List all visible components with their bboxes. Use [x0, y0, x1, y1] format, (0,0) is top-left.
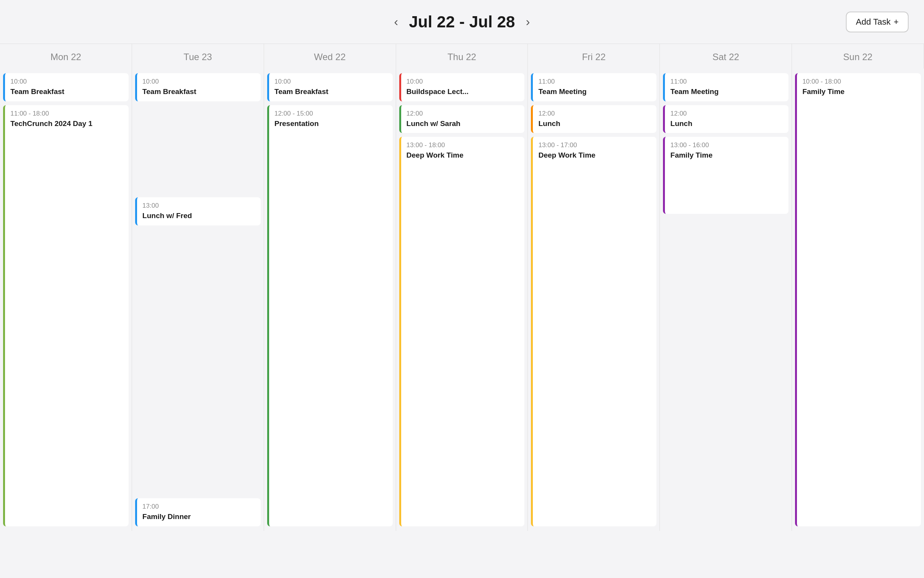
event-wed-presentation[interactable]: 12:00 - 15:00 Presentation: [267, 105, 393, 526]
day-header-wed: Wed 22: [264, 44, 396, 69]
day-header-fri: Fri 22: [528, 44, 660, 69]
event-time: 17:00: [142, 503, 255, 511]
event-title: Team Meeting: [670, 87, 783, 97]
event-thu-deep-work[interactable]: 13:00 - 18:00 Deep Work Time: [399, 137, 525, 526]
event-title: Family Dinner: [142, 512, 255, 522]
calendar-grid: Mon 22 Tue 23 Wed 22 Thu 22 Fri 22 Sat 2…: [0, 44, 924, 531]
event-time: 13:00: [142, 202, 255, 210]
event-fri-lunch[interactable]: 12:00 Lunch: [531, 105, 656, 133]
event-time: 12:00: [407, 110, 519, 118]
day-col-thu: 10:00 Buildspace Lect... 12:00 Lunch w/ …: [396, 69, 528, 531]
event-tue-team-breakfast[interactable]: 10:00 Team Breakfast: [135, 73, 261, 101]
event-fri-team-meeting[interactable]: 11:00 Team Meeting: [531, 73, 656, 101]
event-time: 10:00: [275, 78, 387, 86]
day-header-thu: Thu 22: [396, 44, 528, 69]
event-time: 12:00: [538, 110, 651, 118]
event-time: 12:00 - 15:00: [275, 110, 387, 118]
day-header-tue: Tue 23: [132, 44, 264, 69]
plus-icon: +: [894, 17, 899, 27]
event-time: 10:00: [142, 78, 255, 86]
event-time: 10:00: [407, 78, 519, 86]
event-title: Family Time: [670, 151, 783, 160]
event-tue-family-dinner[interactable]: 17:00 Family Dinner: [135, 498, 261, 526]
event-title: Presentation: [275, 119, 387, 129]
day-col-tue: 10:00 Team Breakfast 13:00 Lunch w/ Fred…: [132, 69, 264, 531]
event-time: 11:00: [670, 78, 783, 86]
event-mon-team-breakfast[interactable]: 10:00 Team Breakfast: [3, 73, 129, 101]
day-col-wed: 10:00 Team Breakfast 12:00 - 15:00 Prese…: [264, 69, 396, 531]
day-header-sun: Sun 22: [792, 44, 924, 69]
event-title: Lunch: [670, 119, 783, 129]
event-time: 10:00 - 18:00: [802, 78, 916, 86]
event-sat-lunch[interactable]: 12:00 Lunch: [663, 105, 788, 133]
event-title: Team Breakfast: [10, 87, 123, 97]
add-task-label: Add Task: [856, 17, 891, 27]
date-range-title: Jul 22 - Jul 28: [409, 13, 515, 31]
event-fri-deep-work[interactable]: 13:00 - 17:00 Deep Work Time: [531, 137, 656, 526]
day-col-fri: 11:00 Team Meeting 12:00 Lunch 13:00 - 1…: [528, 69, 660, 531]
event-title: Family Time: [802, 87, 916, 97]
event-sun-family-time[interactable]: 10:00 - 18:00 Family Time: [795, 73, 921, 526]
event-title: Team Breakfast: [275, 87, 387, 97]
event-title: Team Meeting: [538, 87, 651, 97]
event-mon-techcrunch[interactable]: 11:00 - 18:00 TechCrunch 2024 Day 1: [3, 105, 129, 526]
event-title: Lunch w/ Fred: [142, 211, 255, 221]
day-header-sat: Sat 22: [660, 44, 792, 69]
add-task-button[interactable]: Add Task +: [846, 12, 909, 32]
day-col-sun: 10:00 - 18:00 Family Time: [792, 69, 924, 531]
prev-button[interactable]: ‹: [388, 12, 405, 32]
event-title: Buildspace Lect...: [407, 87, 519, 97]
event-thu-buildspace[interactable]: 10:00 Buildspace Lect...: [399, 73, 525, 101]
event-wed-team-breakfast[interactable]: 10:00 Team Breakfast: [267, 73, 393, 101]
event-title: Lunch: [538, 119, 651, 129]
event-title: Lunch w/ Sarah: [407, 119, 519, 129]
event-time: 11:00: [538, 78, 651, 86]
event-title: TechCrunch 2024 Day 1: [10, 119, 123, 129]
event-tue-lunch-fred[interactable]: 13:00 Lunch w/ Fred: [135, 197, 261, 225]
day-col-sat: 11:00 Team Meeting 12:00 Lunch 13:00 - 1…: [660, 69, 792, 531]
event-thu-lunch-sarah[interactable]: 12:00 Lunch w/ Sarah: [399, 105, 525, 133]
event-sat-team-meeting[interactable]: 11:00 Team Meeting: [663, 73, 788, 101]
next-button[interactable]: ›: [520, 12, 536, 32]
event-time: 11:00 - 18:00: [10, 110, 123, 118]
event-sat-family-time[interactable]: 13:00 - 16:00 Family Time: [663, 137, 788, 214]
event-title: Deep Work Time: [538, 151, 651, 160]
event-time: 13:00 - 17:00: [538, 141, 651, 149]
event-title: Team Breakfast: [142, 87, 255, 97]
event-time: 10:00: [10, 78, 123, 86]
event-time: 13:00 - 16:00: [670, 141, 783, 149]
day-header-mon: Mon 22: [0, 44, 132, 69]
event-title: Deep Work Time: [407, 151, 519, 160]
calendar-header: ‹ Jul 22 - Jul 28 › Add Task +: [0, 0, 924, 44]
event-time: 13:00 - 18:00: [407, 141, 519, 149]
day-col-mon: 10:00 Team Breakfast 11:00 - 18:00 TechC…: [0, 69, 132, 531]
event-time: 12:00: [670, 110, 783, 118]
